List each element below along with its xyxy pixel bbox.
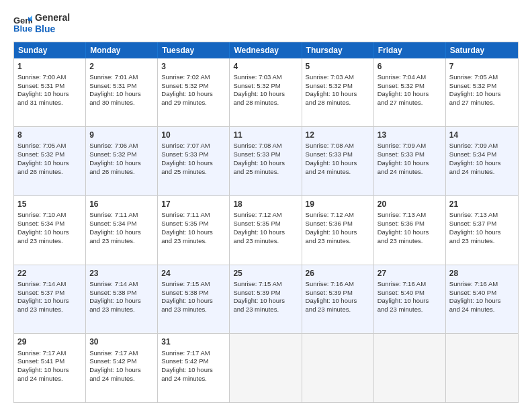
day-info: Sunrise: 7:05 AM bbox=[449, 73, 515, 82]
day-info: Sunrise: 7:11 AM bbox=[161, 211, 226, 220]
day-number: 8 bbox=[17, 130, 82, 140]
day-info: Sunrise: 7:01 AM bbox=[89, 73, 154, 82]
day-info: Sunrise: 7:08 AM bbox=[233, 142, 298, 150]
day-info: Sunrise: 7:14 AM bbox=[17, 280, 82, 289]
day-info: Daylight: 10 hours bbox=[378, 228, 442, 237]
day-info: and 25 minutes. bbox=[161, 168, 226, 177]
day-number: 23 bbox=[89, 268, 154, 279]
day-info: and 23 minutes. bbox=[449, 237, 515, 246]
day-cell-13: 13Sunrise: 7:09 AMSunset: 5:33 PMDayligh… bbox=[374, 127, 446, 195]
day-cell-16: 16Sunrise: 7:11 AMSunset: 5:34 PMDayligh… bbox=[86, 196, 158, 265]
day-info: Sunset: 5:32 PM bbox=[17, 150, 82, 159]
day-info: and 28 minutes. bbox=[306, 99, 370, 107]
header-day-tuesday: Tuesday bbox=[158, 42, 230, 58]
day-info: Sunset: 5:35 PM bbox=[161, 220, 226, 228]
day-info: Sunrise: 7:12 AM bbox=[233, 211, 298, 220]
day-cell-10: 10Sunrise: 7:07 AMSunset: 5:33 PMDayligh… bbox=[158, 127, 230, 195]
day-number: 1 bbox=[17, 61, 82, 72]
day-info: Sunset: 5:33 PM bbox=[161, 150, 226, 159]
day-info: Sunrise: 7:10 AM bbox=[17, 211, 82, 220]
day-info: Daylight: 10 hours bbox=[161, 228, 226, 237]
day-info: Daylight: 10 hours bbox=[233, 159, 298, 168]
day-cell-4: 4Sunrise: 7:03 AMSunset: 5:32 PMDaylight… bbox=[230, 58, 302, 127]
day-info: Daylight: 10 hours bbox=[449, 159, 515, 168]
day-info: Sunrise: 7:09 AM bbox=[449, 142, 515, 150]
day-number: 20 bbox=[378, 199, 442, 210]
day-info: and 31 minutes. bbox=[17, 99, 82, 107]
day-info: Sunset: 5:32 PM bbox=[233, 82, 298, 91]
day-cell-14: 14Sunrise: 7:09 AMSunset: 5:34 PMDayligh… bbox=[446, 127, 518, 195]
day-cell-28: 28Sunrise: 7:16 AMSunset: 5:40 PMDayligh… bbox=[446, 265, 518, 334]
day-info: Daylight: 10 hours bbox=[378, 90, 442, 99]
empty-cell bbox=[446, 334, 518, 402]
day-info: Daylight: 10 hours bbox=[449, 90, 515, 99]
day-info: Sunset: 5:34 PM bbox=[89, 220, 154, 228]
day-info: Sunset: 5:32 PM bbox=[378, 82, 442, 91]
day-info: Sunrise: 7:17 AM bbox=[89, 349, 154, 358]
day-info: Daylight: 10 hours bbox=[89, 159, 154, 168]
day-info: and 24 minutes. bbox=[17, 375, 82, 383]
header-day-monday: Monday bbox=[86, 42, 158, 58]
day-info: and 23 minutes. bbox=[17, 306, 82, 314]
day-info: Sunrise: 7:04 AM bbox=[378, 73, 442, 82]
day-info: Daylight: 10 hours bbox=[449, 297, 515, 306]
day-cell-17: 17Sunrise: 7:11 AMSunset: 5:35 PMDayligh… bbox=[158, 196, 230, 265]
day-info: and 25 minutes. bbox=[233, 168, 298, 177]
day-info: and 23 minutes. bbox=[306, 237, 370, 246]
day-info: Sunrise: 7:03 AM bbox=[306, 73, 370, 82]
day-number: 21 bbox=[449, 199, 515, 210]
page: General Blue General Blue SundayMondayTu… bbox=[0, 0, 532, 411]
day-info: Sunrise: 7:07 AM bbox=[161, 142, 226, 150]
day-info: and 26 minutes. bbox=[89, 168, 154, 177]
day-number: 22 bbox=[17, 268, 82, 279]
day-number: 4 bbox=[233, 61, 298, 72]
day-info: Daylight: 10 hours bbox=[233, 297, 298, 306]
day-cell-22: 22Sunrise: 7:14 AMSunset: 5:37 PMDayligh… bbox=[14, 265, 86, 334]
day-cell-29: 29Sunrise: 7:17 AMSunset: 5:41 PMDayligh… bbox=[14, 334, 86, 402]
day-cell-30: 30Sunrise: 7:17 AMSunset: 5:42 PMDayligh… bbox=[86, 334, 158, 402]
day-number: 11 bbox=[233, 130, 298, 140]
day-number: 29 bbox=[17, 336, 82, 347]
day-info: and 24 minutes. bbox=[306, 168, 370, 177]
day-info: Sunset: 5:40 PM bbox=[378, 289, 442, 298]
day-info: Daylight: 10 hours bbox=[89, 366, 154, 375]
day-info: Daylight: 10 hours bbox=[306, 159, 370, 168]
day-info: and 23 minutes. bbox=[378, 237, 442, 246]
day-info: Sunset: 5:32 PM bbox=[161, 82, 226, 91]
day-info: Sunrise: 7:09 AM bbox=[378, 142, 442, 150]
day-info: Daylight: 10 hours bbox=[449, 228, 515, 237]
day-info: Daylight: 10 hours bbox=[306, 90, 370, 99]
day-number: 13 bbox=[378, 130, 442, 140]
day-number: 12 bbox=[306, 130, 370, 140]
day-info: Sunset: 5:36 PM bbox=[378, 220, 442, 228]
day-info: and 24 minutes. bbox=[378, 168, 442, 177]
day-info: Daylight: 10 hours bbox=[378, 159, 442, 168]
day-info: Sunset: 5:40 PM bbox=[449, 289, 515, 298]
day-info: Sunset: 5:35 PM bbox=[233, 220, 298, 228]
day-info: Sunrise: 7:17 AM bbox=[161, 349, 226, 358]
day-info: Sunset: 5:31 PM bbox=[89, 82, 154, 91]
header-day-sunday: Sunday bbox=[14, 42, 86, 58]
day-info: Daylight: 10 hours bbox=[306, 228, 370, 237]
day-cell-25: 25Sunrise: 7:15 AMSunset: 5:39 PMDayligh… bbox=[230, 265, 302, 334]
day-number: 3 bbox=[161, 61, 226, 72]
day-number: 14 bbox=[449, 130, 515, 140]
day-info: Sunset: 5:39 PM bbox=[233, 289, 298, 298]
svg-text:Blue: Blue bbox=[13, 24, 32, 33]
day-number: 28 bbox=[449, 268, 515, 279]
day-number: 26 bbox=[306, 268, 370, 279]
day-info: and 23 minutes. bbox=[89, 237, 154, 246]
day-info: Sunrise: 7:03 AM bbox=[233, 73, 298, 82]
day-number: 24 bbox=[161, 268, 226, 279]
header-day-thursday: Thursday bbox=[302, 42, 374, 58]
day-info: Daylight: 10 hours bbox=[161, 159, 226, 168]
day-info: Sunrise: 7:13 AM bbox=[449, 211, 515, 220]
day-cell-24: 24Sunrise: 7:15 AMSunset: 5:38 PMDayligh… bbox=[158, 265, 230, 334]
day-info: Sunset: 5:33 PM bbox=[378, 150, 442, 159]
day-info: Sunset: 5:42 PM bbox=[161, 357, 226, 366]
day-info: Sunrise: 7:15 AM bbox=[233, 280, 298, 289]
logo-blue: Blue bbox=[35, 24, 70, 35]
day-info: and 23 minutes. bbox=[17, 237, 82, 246]
day-number: 15 bbox=[17, 199, 82, 210]
day-cell-15: 15Sunrise: 7:10 AMSunset: 5:34 PMDayligh… bbox=[14, 196, 86, 265]
